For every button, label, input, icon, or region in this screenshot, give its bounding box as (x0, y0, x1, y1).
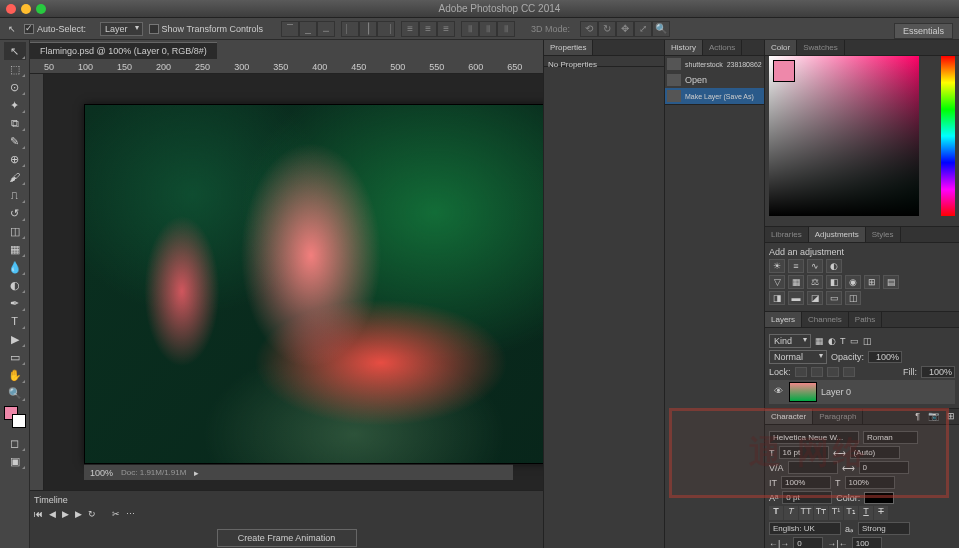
timeline-loop-icon[interactable]: ↻ (88, 509, 96, 519)
eraser-tool[interactable]: ◫ (4, 222, 26, 240)
screenmode-button[interactable]: ▣ (4, 452, 26, 470)
paragraph-tab[interactable]: Paragraph (813, 409, 863, 424)
timeline-cut-icon[interactable]: ✂ (112, 509, 120, 519)
leading-field[interactable] (850, 446, 900, 459)
panel-icon-1[interactable]: ¶ (911, 409, 924, 424)
type-tool[interactable]: T (4, 312, 26, 330)
layers-tab[interactable]: Layers (765, 312, 802, 327)
adj-gradmap-icon[interactable]: ▭ (826, 291, 842, 305)
doc-info-arrow-icon[interactable]: ▸ (194, 468, 199, 478)
filter-shape-icon[interactable]: ▭ (850, 336, 859, 346)
3d-zoom-icon[interactable]: 🔍 (652, 21, 670, 37)
ruler-horizontal[interactable]: 5010015020025030035040045050055060065070… (30, 60, 543, 74)
stamp-tool[interactable]: ⎍ (4, 186, 26, 204)
timeline-next-icon[interactable]: ▶ (75, 509, 82, 519)
distribute-top-icon[interactable]: ≡ (401, 21, 419, 37)
adjustments-tab[interactable]: Adjustments (809, 227, 866, 242)
baseline-field[interactable] (782, 491, 832, 504)
adj-invert-icon[interactable]: ◨ (769, 291, 785, 305)
shape-tool[interactable]: ▭ (4, 348, 26, 366)
adj-threshold-icon[interactable]: ◪ (807, 291, 823, 305)
healing-tool[interactable]: ⊕ (4, 150, 26, 168)
eyedropper-tool[interactable]: ✎ (4, 132, 26, 150)
history-brush-tool[interactable]: ↺ (4, 204, 26, 222)
distribute-left-icon[interactable]: ⦀ (461, 21, 479, 37)
kerning-field[interactable] (788, 461, 838, 474)
lock-trans-icon[interactable] (795, 367, 807, 377)
history-item[interactable]: Make Layer (Save As) (665, 88, 764, 104)
pen-tool[interactable]: ✒ (4, 294, 26, 312)
align-bottom-icon[interactable]: ⎽ (317, 21, 335, 37)
metrics2-field[interactable] (852, 537, 882, 548)
color-tab[interactable]: Color (765, 40, 797, 55)
filter-type-icon[interactable]: T (840, 336, 846, 346)
3d-orbit-icon[interactable]: ⟲ (580, 21, 598, 37)
foreground-swatch[interactable] (773, 60, 795, 82)
hue-slider[interactable] (941, 56, 955, 216)
filter-pixel-icon[interactable]: ▦ (815, 336, 824, 346)
timeline-prev-icon[interactable]: ◀ (49, 509, 56, 519)
adj-lookup-icon[interactable]: ▤ (883, 275, 899, 289)
lock-pixels-icon[interactable] (811, 367, 823, 377)
adj-brightness-icon[interactable]: ☀ (769, 259, 785, 273)
adj-selective-icon[interactable]: ◫ (845, 291, 861, 305)
3d-pan-icon[interactable]: ✥ (616, 21, 634, 37)
underline-button[interactable]: T (859, 506, 873, 520)
swatches-tab[interactable]: Swatches (797, 40, 845, 55)
adj-photofilter-icon[interactable]: ◉ (845, 275, 861, 289)
doc-info[interactable]: Doc: 1.91M/1.91M (121, 468, 186, 477)
color-swatches[interactable] (4, 406, 26, 428)
adj-chanmix-icon[interactable]: ⊞ (864, 275, 880, 289)
adj-levels-icon[interactable]: ≡ (788, 259, 804, 273)
font-size-field[interactable] (779, 446, 829, 459)
adj-curves-icon[interactable]: ∿ (807, 259, 823, 273)
adj-hue-icon[interactable]: ▦ (788, 275, 804, 289)
layer-thumbnail[interactable] (789, 382, 817, 402)
properties-tab[interactable]: Properties (544, 40, 593, 55)
dodge-tool[interactable]: ◐ (4, 276, 26, 294)
hscale-field[interactable] (845, 476, 895, 489)
show-transform-checkbox[interactable]: Show Transform Controls (149, 24, 264, 34)
adj-exposure-icon[interactable]: ◐ (826, 259, 842, 273)
adj-vibrance-icon[interactable]: ▽ (769, 275, 785, 289)
font-style-dropdown[interactable] (863, 431, 918, 444)
visibility-icon[interactable]: 👁 (771, 386, 785, 398)
adj-posterize-icon[interactable]: ▬ (788, 291, 804, 305)
gradient-tool[interactable]: ▦ (4, 240, 26, 258)
quick-select-tool[interactable]: ✦ (4, 96, 26, 114)
panel-icon-3[interactable]: ⊞ (943, 409, 959, 424)
align-hcenter-icon[interactable]: ⎮ (359, 21, 377, 37)
lock-pos-icon[interactable] (827, 367, 839, 377)
timeline-first-icon[interactable]: ⏮ (34, 509, 43, 519)
crop-tool[interactable]: ⧉ (4, 114, 26, 132)
paths-tab[interactable]: Paths (849, 312, 882, 327)
workspace-switcher[interactable]: Essentials (894, 23, 953, 39)
adj-bw-icon[interactable]: ◧ (826, 275, 842, 289)
distribute-vcenter-icon[interactable]: ≡ (419, 21, 437, 37)
canvas-image[interactable] (84, 104, 543, 464)
create-frame-animation-button[interactable]: Create Frame Animation (217, 529, 357, 547)
timeline-tab[interactable]: Timeline (34, 495, 539, 505)
zoom-level[interactable]: 100% (90, 468, 113, 478)
adj-colorbal-icon[interactable]: ⚖ (807, 275, 823, 289)
metrics1-field[interactable] (793, 537, 823, 548)
antialias-dropdown[interactable] (858, 522, 910, 535)
zoom-tool[interactable]: 🔍 (4, 384, 26, 402)
vscale-field[interactable] (781, 476, 831, 489)
close-window-button[interactable] (6, 4, 16, 14)
timeline-play-icon[interactable]: ▶ (62, 509, 69, 519)
canvas[interactable]: 100% Doc: 1.91M/1.91M ▸ (44, 74, 543, 490)
strike-button[interactable]: T (874, 506, 888, 520)
3d-roll-icon[interactable]: ↻ (598, 21, 616, 37)
3d-slide-icon[interactable]: ⤢ (634, 21, 652, 37)
document-tab[interactable]: Flamingo.psd @ 100% (Layer 0, RGB/8#) (30, 42, 217, 59)
allcaps-button[interactable]: TT (799, 506, 813, 520)
opacity-field[interactable]: 100% (868, 351, 902, 363)
actions-tab[interactable]: Actions (703, 40, 742, 55)
faux-bold-button[interactable]: T (769, 506, 783, 520)
minimize-window-button[interactable] (21, 4, 31, 14)
font-family-dropdown[interactable] (769, 431, 859, 444)
channels-tab[interactable]: Channels (802, 312, 849, 327)
path-select-tool[interactable]: ▶ (4, 330, 26, 348)
auto-select-checkbox[interactable]: Auto-Select: (24, 24, 86, 34)
